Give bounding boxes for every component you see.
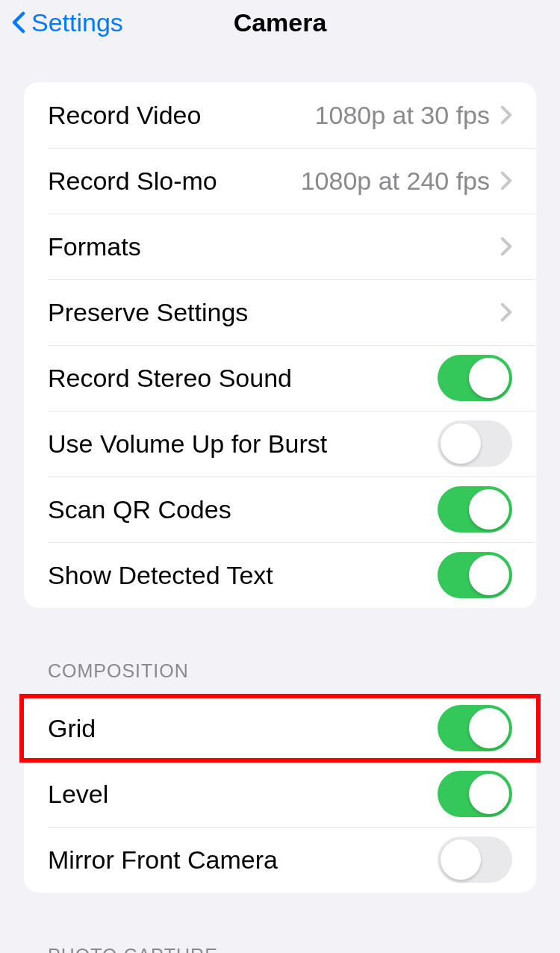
toggle-knob bbox=[469, 489, 509, 530]
chevron-right-icon bbox=[500, 171, 512, 190]
row-grid[interactable]: Grid bbox=[24, 695, 536, 761]
toggle-use-volume-up-burst[interactable] bbox=[438, 420, 512, 467]
content: Record Video1080p at 30 fps Record Slo-m… bbox=[0, 82, 560, 953]
toggle-knob bbox=[469, 774, 509, 814]
nav-bar: Settings Camera bbox=[0, 0, 560, 45]
row-value: 1080p at 30 fps bbox=[315, 101, 490, 130]
settings-group-main: Record Video1080p at 30 fps Record Slo-m… bbox=[24, 82, 536, 608]
chevron-left-icon bbox=[12, 11, 25, 34]
back-button[interactable]: Settings bbox=[12, 8, 123, 37]
row-record-video[interactable]: Record Video1080p at 30 fps bbox=[24, 82, 536, 148]
row-label: Mirror Front Camera bbox=[48, 845, 438, 875]
toggle-mirror-front-camera[interactable] bbox=[438, 836, 512, 883]
toggle-record-stereo-sound[interactable] bbox=[438, 355, 512, 401]
row-record-slomo[interactable]: Record Slo-mo1080p at 240 fps bbox=[24, 148, 536, 214]
row-mirror-front-camera[interactable]: Mirror Front Camera bbox=[24, 827, 536, 893]
row-formats[interactable]: Formats bbox=[24, 214, 536, 279]
row-label: Preserve Settings bbox=[48, 298, 500, 327]
toggle-knob bbox=[469, 358, 509, 398]
row-label: Show Detected Text bbox=[48, 561, 438, 590]
toggle-knob bbox=[469, 708, 509, 748]
row-label: Grid bbox=[48, 714, 438, 743]
row-label: Record Video bbox=[48, 101, 315, 130]
group-header-photo-capture: Photo Capture bbox=[24, 945, 536, 953]
row-label: Formats bbox=[48, 232, 500, 261]
row-use-volume-up-burst[interactable]: Use Volume Up for Burst bbox=[24, 411, 536, 476]
row-label: Use Volume Up for Burst bbox=[48, 429, 438, 459]
row-preserve-settings[interactable]: Preserve Settings bbox=[24, 279, 536, 345]
toggle-knob bbox=[441, 423, 481, 464]
chevron-right-icon bbox=[500, 105, 512, 125]
back-label: Settings bbox=[31, 8, 123, 37]
group-header-composition: Composition bbox=[24, 660, 536, 695]
row-value: 1080p at 240 fps bbox=[301, 167, 490, 196]
row-label: Record Slo-mo bbox=[48, 167, 301, 196]
row-label: Record Stereo Sound bbox=[48, 364, 438, 393]
settings-group-composition: GridLevelMirror Front Camera bbox=[24, 695, 536, 893]
row-record-stereo-sound[interactable]: Record Stereo Sound bbox=[24, 345, 536, 411]
row-label: Level bbox=[48, 780, 438, 809]
chevron-right-icon bbox=[500, 237, 512, 256]
toggle-show-detected-text[interactable] bbox=[438, 552, 512, 598]
toggle-knob bbox=[469, 555, 509, 595]
toggle-scan-qr-codes[interactable] bbox=[438, 486, 512, 533]
toggle-level[interactable] bbox=[438, 771, 512, 817]
page-title: Camera bbox=[234, 8, 327, 37]
chevron-right-icon bbox=[500, 302, 512, 322]
row-label: Scan QR Codes bbox=[48, 495, 438, 524]
toggle-knob bbox=[441, 839, 481, 880]
row-show-detected-text[interactable]: Show Detected Text bbox=[24, 542, 536, 608]
row-scan-qr-codes[interactable]: Scan QR Codes bbox=[24, 476, 536, 542]
row-level[interactable]: Level bbox=[24, 761, 536, 827]
toggle-grid[interactable] bbox=[438, 705, 512, 751]
